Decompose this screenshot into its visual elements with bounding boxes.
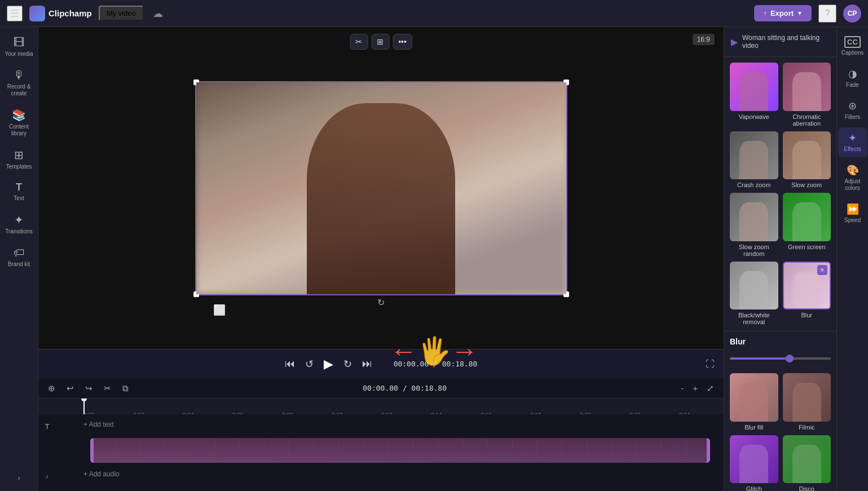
effect-thumb-blur: ≡ xyxy=(783,262,831,310)
undo-button[interactable]: ↩ xyxy=(64,382,77,395)
ruler-mark-20: 0:20 xyxy=(580,412,591,414)
sidebar-collapse-button[interactable]: › xyxy=(18,474,20,482)
far-right-filters[interactable]: ⊛ Filters xyxy=(838,95,867,125)
avatar[interactable]: CP xyxy=(843,5,861,23)
sidebar-item-content-library[interactable]: 📚 Contentlibrary xyxy=(2,104,36,141)
export-button[interactable]: ↑ Export ▼ xyxy=(754,5,812,21)
play-pause-button[interactable]: ▶ xyxy=(324,357,333,371)
playhead-dot xyxy=(81,399,87,401)
effect-disco[interactable]: Disco xyxy=(783,435,831,492)
effect-thumb-vaporwave xyxy=(730,63,778,111)
playhead[interactable] xyxy=(83,399,85,414)
effect-thumb-slowzoomrandom xyxy=(730,193,778,241)
far-right-effects[interactable]: ✦ Effects xyxy=(838,127,867,157)
filters-icon: ⊛ xyxy=(848,100,857,112)
export-dropdown-arrow: ▼ xyxy=(797,10,803,16)
effect-label-greenscreen: Green screen xyxy=(783,244,831,250)
effect-glitch[interactable]: Glitch xyxy=(730,435,778,492)
sidebar-label-text: Text xyxy=(14,195,24,202)
video-track-handle-left[interactable] xyxy=(90,438,94,463)
effect-blurfill[interactable]: Blur fill xyxy=(730,373,778,431)
ruler-mark-16: 0:16 xyxy=(481,412,491,414)
effect-thumb-blurfill xyxy=(730,373,778,422)
effect-slowzoomrandom[interactable]: Slow zoom random xyxy=(730,193,778,257)
far-right-captions[interactable]: CC Captions xyxy=(838,32,867,61)
zoom-out-button[interactable]: - xyxy=(678,382,686,395)
hamburger-menu[interactable]: ☰ xyxy=(7,6,23,21)
add-audio-button[interactable]: + Add audio xyxy=(83,470,120,478)
far-right-speed[interactable]: ⏩ Speed xyxy=(838,198,867,228)
video-track-handle-right[interactable] xyxy=(707,438,710,463)
record-create-icon: 🎙 xyxy=(14,69,25,82)
caption-icon[interactable]: ⬜ xyxy=(213,304,226,316)
preview-toolbar: ✂ ⊞ ••• xyxy=(350,34,412,50)
app-logo: Clipchamp xyxy=(29,6,92,21)
right-panel: ▶ Woman sitting and talking video Vaporw… xyxy=(724,27,836,491)
ruler-mark-12: 0:12 xyxy=(381,412,392,414)
fast-forward-button[interactable]: ↻ xyxy=(343,358,352,370)
rewind-button[interactable]: ↺ xyxy=(305,358,314,370)
blur-slider[interactable] xyxy=(730,357,831,360)
timeline-toolbar: ⊕ ↩ ↪ ✂ ⧉ 00:00.00 / 00:18.80 - + ⤢ xyxy=(38,378,724,399)
video-title[interactable]: My video xyxy=(99,6,144,21)
far-right-label-filters: Filters xyxy=(845,114,860,121)
timeline-time-display: 00:00.00 / 00:18.80 xyxy=(137,384,672,392)
sidebar-item-your-media[interactable]: 🎞 Your media xyxy=(2,32,36,62)
magnet-tool[interactable]: ⊕ xyxy=(45,382,58,395)
add-text-button[interactable]: + Add text xyxy=(83,421,114,428)
layout-button[interactable]: ⊞ xyxy=(371,34,389,50)
sidebar-item-templates[interactable]: ⊞ Templates xyxy=(2,144,36,175)
effect-label-blurfill: Blur fill xyxy=(730,424,778,431)
skip-back-button[interactable]: ⏮ xyxy=(285,358,295,370)
text-icon: T xyxy=(16,182,22,193)
audio-track-label: ♪ xyxy=(45,472,79,480)
video-track-row xyxy=(38,437,724,464)
effect-filmic[interactable]: Filmic xyxy=(783,373,831,431)
rotate-handle[interactable]: ↻ xyxy=(377,297,385,308)
duplicate-tool[interactable]: ⧉ xyxy=(120,382,131,395)
ruler-mark-0: 0:00 xyxy=(83,412,94,414)
effect-vaporwave[interactable]: Vaporwave xyxy=(730,63,778,127)
far-right-sidebar: CC Captions ◑ Fade ⊛ Filters ✦ Effects 🎨… xyxy=(836,27,868,491)
right-panel-title: Woman sitting and talking video xyxy=(742,34,830,50)
fullscreen-button[interactable]: ⛶ xyxy=(706,359,715,369)
timeline-ruler: 0:00 0:02 0:04 0:06 0:08 0:10 0:12 0:14 … xyxy=(38,399,724,414)
effect-chromatic[interactable]: Chromatic aberration xyxy=(783,63,831,127)
sidebar-label-transitions: Transitions xyxy=(5,228,33,235)
ruler-mark-22: 0:22 xyxy=(629,412,640,414)
effect-crashzoom[interactable]: Crash zoom xyxy=(730,131,778,189)
effect-label-crashzoom: Crash zoom xyxy=(730,182,778,188)
effect-thumb-disco xyxy=(783,435,831,484)
far-right-fade[interactable]: ◑ Fade xyxy=(838,63,867,93)
redo-button[interactable]: ↪ xyxy=(82,382,95,395)
far-right-adjust-colors[interactable]: 🎨 Adjust colors xyxy=(838,160,867,196)
more-options-button[interactable]: ••• xyxy=(393,34,412,50)
ruler-mark-2: 0:02 xyxy=(133,412,144,414)
blur-section: Blur xyxy=(724,331,836,368)
help-button[interactable]: ? xyxy=(818,5,836,23)
sidebar-item-record-create[interactable]: 🎙 Record &create xyxy=(2,64,36,101)
content-library-icon: 📚 xyxy=(12,108,26,122)
effect-blur[interactable]: ≡ Blur xyxy=(783,262,831,326)
expand-timeline-button[interactable]: ⤢ xyxy=(704,382,717,395)
effect-bwremoval[interactable]: Black/white removal xyxy=(730,262,778,326)
playback-controls: ⏮ ↺ ▶ ↻ ⏭ 00:00.00 / 00:18.80 ⛶ xyxy=(38,349,724,378)
person-silhouette xyxy=(307,103,455,294)
preview-area: ✂ ⊞ ••• 16:9 ↻ ⬜ xyxy=(38,27,724,349)
effect-slowzoom[interactable]: Slow zoom xyxy=(783,131,831,189)
video-track[interactable] xyxy=(90,438,710,463)
zoom-in-button[interactable]: + xyxy=(690,382,700,395)
timeline-separator: / xyxy=(403,384,412,392)
sidebar-item-transitions[interactable]: ✦ Transitions xyxy=(2,209,36,240)
cut-tool[interactable]: ✂ xyxy=(101,382,114,395)
sidebar-item-brand-kit[interactable]: 🏷 Brand kit xyxy=(2,242,36,272)
sidebar-item-text[interactable]: T Text xyxy=(2,177,36,206)
time-total: 00:18.80 xyxy=(442,360,478,368)
effect-greenscreen[interactable]: Green screen xyxy=(783,193,831,257)
effects-icon: ✦ xyxy=(848,132,857,144)
skip-forward-button[interactable]: ⏭ xyxy=(362,358,372,370)
ruler-mark-18: 0:18 xyxy=(530,412,541,414)
effect-label-vaporwave: Vaporwave xyxy=(730,113,778,120)
crop-button[interactable]: ✂ xyxy=(350,34,368,50)
time-current: 00:00.00 xyxy=(394,360,429,368)
